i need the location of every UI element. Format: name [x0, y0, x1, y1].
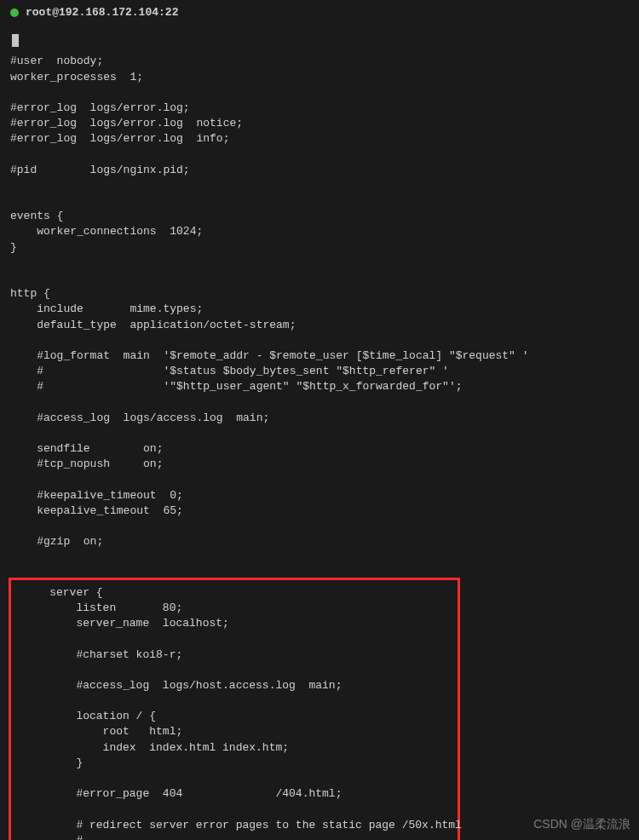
- code-line: [10, 85, 629, 101]
- code-line: [10, 549, 629, 565]
- code-line: [11, 693, 458, 709]
- code-line: [11, 771, 458, 786]
- code-line: #charset koi8-r;: [11, 647, 458, 663]
- connection-status-dot: [10, 9, 19, 17]
- code-line: #access_log logs/host.access.log main;: [11, 678, 458, 693]
- code-line: [11, 802, 458, 817]
- code-line: server_name localhost;: [11, 616, 458, 631]
- terminal-tab-title[interactable]: root@192.168.172.104:22: [26, 5, 178, 20]
- terminal-editor-area[interactable]: #user nobody;worker_processes 1; #error_…: [0, 26, 639, 840]
- code-line: [10, 333, 629, 348]
- highlighted-server-block: server { listen 80; server_name localhos…: [9, 578, 460, 840]
- code-line: }: [11, 756, 458, 771]
- code-line: [10, 395, 629, 411]
- watermark-text: CSDN @温柔流浪: [533, 816, 630, 833]
- code-line: #access_log logs/access.log main;: [10, 411, 629, 426]
- code-line: # '"$http_user_agent" "$http_x_forwarded…: [10, 379, 629, 394]
- code-line: [10, 193, 629, 209]
- code-line: }: [10, 240, 629, 256]
- code-line: [10, 178, 629, 193]
- code-line: default_type application/octet-stream;: [10, 318, 629, 333]
- code-line: worker_connections 1024;: [10, 224, 629, 239]
- code-line: [10, 519, 629, 534]
- code-line: keepalive_timeout 65;: [10, 503, 629, 519]
- code-line: #user nobody;: [10, 54, 629, 69]
- code-line: [10, 256, 629, 271]
- code-line: [10, 472, 629, 487]
- code-line: include mime.types;: [10, 302, 629, 317]
- code-line: #error_page 404 /404.html;: [11, 786, 458, 802]
- code-line: index index.html index.htm;: [11, 740, 458, 756]
- code-line: events {: [10, 209, 629, 224]
- config-file-content: #user nobody;worker_processes 1; #error_…: [10, 54, 629, 580]
- code-line: [10, 271, 629, 286]
- code-line: #error_log logs/error.log info;: [10, 131, 629, 147]
- code-line: [10, 147, 629, 163]
- code-line: http {: [10, 286, 629, 302]
- code-line: [10, 426, 629, 441]
- code-line: sendfile on;: [10, 441, 629, 457]
- code-line: location / {: [11, 709, 458, 724]
- code-line: #: [11, 833, 458, 840]
- code-line: root html;: [11, 724, 458, 739]
- terminal-tab-bar: root@192.168.172.104:22: [0, 0, 639, 26]
- code-line: #tcp_nopush on;: [10, 457, 629, 472]
- text-cursor: [10, 34, 629, 54]
- code-line: #keepalive_timeout 0;: [10, 488, 629, 503]
- code-line: [11, 631, 458, 647]
- code-line: #pid logs/nginx.pid;: [10, 163, 629, 178]
- code-line: #error_log logs/error.log notice;: [10, 116, 629, 131]
- code-line: # '$status $body_bytes_sent "$http_refer…: [10, 364, 629, 379]
- code-line: # redirect server error pages to the sta…: [11, 818, 458, 833]
- code-line: [11, 663, 458, 678]
- code-line: #gzip on;: [10, 534, 629, 549]
- code-line: listen 80;: [11, 601, 458, 616]
- code-line: worker_processes 1;: [10, 70, 629, 85]
- code-line: server {: [11, 585, 458, 601]
- code-line: #log_format main '$remote_addr - $remote…: [10, 348, 629, 364]
- code-line: #error_log logs/error.log;: [10, 101, 629, 116]
